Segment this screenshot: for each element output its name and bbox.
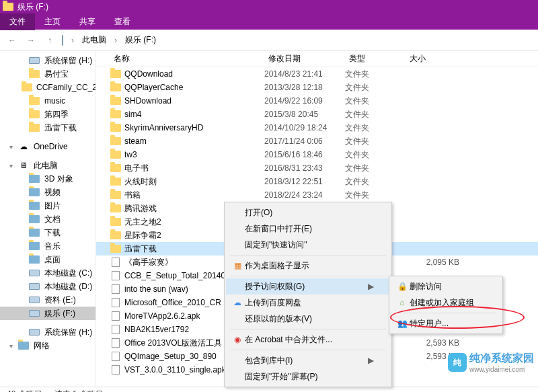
file-size: 2,095 KB [406,258,459,267]
nav-tree: 系统保留 (H:)易付宝CCFamily_CC_2music第四季迅雷下载▾☁O… [0,51,96,387]
nav-up-icon[interactable]: ↑ [43,34,56,47]
menu-separator [230,350,386,350]
menu-view[interactable]: 查看 [105,13,140,30]
tree-item[interactable]: 迅雷下载 [0,121,95,134]
ctx-library[interactable]: 包含到库中(I)▶ [226,352,390,368]
ctx-pin-quick[interactable]: 固定到"快速访问" [226,237,390,253]
menu-separator [230,329,386,329]
ctx-restore[interactable]: 还原以前的版本(V) [226,311,390,327]
list-item[interactable]: steam2017/11/24 0:06文件夹 [96,134,538,148]
menu-separator [230,276,386,276]
file-type: 文件夹 [345,149,406,161]
tree-item[interactable]: ▾☁OneDrive [0,140,95,153]
file-name: QQDownload [122,69,264,79]
folder-icon [110,70,122,78]
chevron-right-icon: ▶ [368,282,374,291]
breadcrumb-current[interactable]: 娱乐 (F:) [125,34,156,46]
tree-item[interactable]: ▾🖥此电脑 [0,159,95,172]
folder-icon [110,83,122,91]
ctx-acrobat[interactable]: ◉在 Acrobat 中合并文件... [226,331,390,348]
tree-item[interactable]: 图片 [0,199,95,212]
watermark: 纯 纯净系统家园 www.yidaimei.com [448,352,534,373]
sub-remove-access[interactable]: 🔒删除访问 [391,278,501,295]
tree-item-label: 易付宝 [44,69,69,80]
tree-item[interactable]: 3D 对象 [0,172,95,186]
file-date: 2018/2/24 23:24 [264,190,345,200]
ctx-grant-access[interactable]: 授予访问权限(G)▶ [226,278,390,295]
tree-item-label: 下载 [44,227,61,239]
file-name: steam [122,136,264,146]
file-date: 2014/10/29 18:24 [264,123,345,132]
tree-item[interactable]: ▾网络 [0,339,95,352]
file-type: 文件夹 [345,190,406,201]
menu-file[interactable]: 文件 [0,13,35,30]
file-name: sim4 [122,110,264,119]
ctx-open[interactable]: 打开(O) [226,204,390,221]
tree-item[interactable]: 系统保留 (H:) [0,325,95,339]
homegroup-icon: ⌂ [395,298,410,307]
list-item[interactable]: sim42015/3/8 20:45文件夹 [96,108,538,121]
list-item[interactable]: 电子书2016/8/31 23:43文件夹 [96,161,538,175]
list-item[interactable]: 书籍2018/2/24 23:24文件夹 [96,188,538,202]
list-item[interactable]: 火线时刻2018/3/12 22:51文件夹 [96,175,538,188]
tree-item[interactable]: 音乐 [0,239,95,253]
lock-icon: 🔒 [395,282,410,291]
ctx-pin-start[interactable]: 固定到"开始"屏幕(P) [226,368,390,385]
tree-item[interactable]: 系统保留 (H:) [0,54,95,67]
list-item[interactable]: QQDownload2014/8/23 21:41文件夹 [96,67,538,81]
chevron-right-icon: › [71,36,74,45]
nav-fwd-icon[interactable]: → [24,34,38,47]
tree-item[interactable]: 桌面 [0,253,95,266]
doc-icon [28,214,40,224]
folder-icon [110,191,122,199]
tree-item-label: 桌面 [44,254,61,266]
col-name[interactable]: 名称 [110,53,264,65]
context-submenu-access: 🔒删除访问 ⌂创建或加入家庭组 👥特定用户... [389,276,503,334]
tree-item[interactable]: 第四季 [0,108,95,121]
titlebar: 娱乐 (F:) [0,0,538,13]
people-icon: 👥 [395,319,410,328]
menu-home[interactable]: 主页 [35,13,70,30]
col-date[interactable]: 修改日期 [264,53,345,65]
tree-item[interactable]: music [0,94,95,108]
tree-item[interactable]: 易付宝 [0,67,95,81]
list-item[interactable]: QQPlayerCache2013/3/28 12:18文件夹 [96,81,538,94]
tree-item[interactable]: 资料 (E:) [0,293,95,307]
folder-icon [110,164,122,172]
column-header-row: 名称 修改日期 类型 大小 [96,51,538,67]
folder-icon [110,124,122,132]
status-count: 40 个项目 [7,389,42,392]
tree-item[interactable]: 本地磁盘 (C:) [0,266,95,280]
tree-item[interactable]: 本地磁盘 (D:) [0,280,95,293]
ctx-upload-baidu[interactable]: ☁上传到百度网盘 [226,295,390,311]
list-item[interactable]: SHDownload2014/9/22 16:09文件夹 [96,94,538,108]
file-date: 2015/3/8 20:45 [264,110,345,119]
list-item[interactable]: SkyrimAnniversaryHD2014/10/29 18:24文件夹 [96,121,538,134]
tree-item-label: 迅雷下载 [44,122,77,134]
folder-icon [28,123,40,132]
menu-share[interactable]: 共享 [70,13,105,30]
sub-specific-user[interactable]: 👥特定用户... [391,315,501,331]
file-type: 文件夹 [345,176,406,188]
nav-back-icon[interactable]: ← [5,34,19,47]
sub-homegroup[interactable]: ⌂创建或加入家庭组 [391,295,501,311]
ctx-deskgrid[interactable]: ▦作为桌面格子显示 [226,258,390,274]
breadcrumb-root[interactable]: 此电脑 [82,34,106,46]
col-type[interactable]: 类型 [345,53,406,65]
file-date: 2013/3/28 12:18 [264,83,345,92]
drive-icon [28,282,40,291]
list-item[interactable]: tw32015/6/16 18:46文件夹 [96,148,538,161]
obj-icon [28,174,40,184]
menubar: 文件 主页 共享 查看 [0,13,538,30]
col-size[interactable]: 大小 [406,53,466,65]
tree-item[interactable]: 下载 [0,226,95,239]
ctx-new-window[interactable]: 在新窗口中打开(E) [226,221,390,237]
tree-item[interactable]: 视频 [0,186,95,199]
file-icon [110,298,122,307]
tree-item[interactable]: 文档 [0,212,95,226]
tree-item-label: 文档 [44,214,61,225]
tree-item[interactable]: CCFamily_CC_2 [0,81,95,94]
tree-item[interactable]: 娱乐 (F:) [0,307,95,320]
menu-separator [395,313,497,313]
folder-icon [110,110,122,118]
